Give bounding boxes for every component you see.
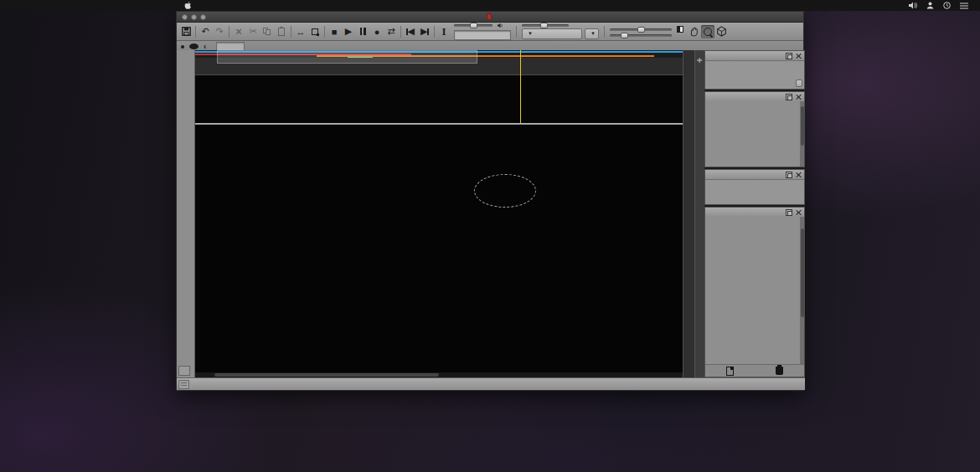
new-layer-icon[interactable] bbox=[726, 367, 734, 376]
move-tool-button[interactable]: ↔ bbox=[294, 25, 307, 38]
panel-detach-icon[interactable] bbox=[786, 209, 792, 216]
statusbar bbox=[177, 377, 805, 390]
3d-view-button[interactable] bbox=[715, 25, 729, 38]
save-button[interactable] bbox=[179, 25, 193, 38]
loop-button[interactable]: ⇄ bbox=[384, 25, 398, 38]
ruler-ticks bbox=[195, 67, 683, 74]
grip-icon[interactable] bbox=[178, 380, 189, 389]
time-ruler[interactable] bbox=[195, 50, 683, 75]
paste-button[interactable] bbox=[275, 25, 288, 38]
brush-size-large-icon[interactable] bbox=[189, 44, 199, 49]
display-range-group bbox=[610, 26, 683, 37]
history-scrollbar[interactable] bbox=[800, 101, 804, 167]
hand-tool-button[interactable] bbox=[687, 25, 700, 38]
panel-detach-icon[interactable] bbox=[786, 53, 792, 59]
layers-footer bbox=[705, 364, 804, 377]
text-cursor-button[interactable]: I bbox=[437, 25, 451, 38]
document-icon bbox=[487, 13, 492, 20]
redo-button[interactable]: ↷ bbox=[213, 25, 226, 38]
volume-icon[interactable] bbox=[909, 2, 917, 9]
display-area-header[interactable] bbox=[705, 51, 804, 61]
play-button[interactable]: ▶ bbox=[342, 25, 355, 38]
panel-detach-icon[interactable] bbox=[786, 94, 792, 100]
playback-group bbox=[454, 23, 511, 40]
layers-scrollbar[interactable] bbox=[800, 217, 804, 365]
clock-icon[interactable] bbox=[943, 2, 951, 9]
panel-close-icon[interactable] bbox=[795, 53, 802, 59]
channels-panel bbox=[704, 169, 805, 205]
window-title bbox=[177, 13, 803, 20]
spectrogram-view[interactable] bbox=[195, 125, 683, 377]
content-area: ✛ bbox=[177, 50, 805, 377]
volume-slider[interactable] bbox=[454, 24, 493, 27]
os-menubar bbox=[0, 0, 980, 11]
apple-icon[interactable] bbox=[184, 1, 192, 10]
fft-group: ▼ ▼ bbox=[522, 24, 599, 39]
fft-size-slider[interactable] bbox=[522, 24, 569, 27]
channels-header[interactable] bbox=[705, 170, 804, 180]
chevron-down-icon: ▼ bbox=[528, 31, 533, 36]
display-area-panel bbox=[704, 50, 805, 90]
scrollbar-thumb[interactable] bbox=[801, 228, 804, 317]
scrollbar-thumb[interactable] bbox=[214, 373, 439, 377]
range-slider[interactable] bbox=[610, 28, 672, 31]
zoom-tool-button[interactable] bbox=[701, 25, 714, 38]
tool-palette bbox=[177, 50, 195, 377]
horizontal-scrollbar[interactable] bbox=[195, 372, 683, 377]
waveform-view[interactable] bbox=[195, 75, 683, 123]
resolution-select[interactable]: ▼ bbox=[585, 28, 599, 39]
gamma-slider[interactable] bbox=[610, 34, 672, 37]
time-display[interactable] bbox=[454, 30, 511, 40]
pause-button[interactable] bbox=[356, 25, 369, 38]
chevron-down-icon: ▼ bbox=[591, 31, 596, 36]
menubar-tray bbox=[909, 0, 968, 11]
contrast-icon bbox=[677, 26, 683, 33]
next-button[interactable]: ▶ bbox=[418, 25, 431, 38]
window-function-select[interactable]: ▼ bbox=[522, 28, 582, 39]
ruler-labels bbox=[195, 59, 683, 66]
scroll-corner-box[interactable] bbox=[178, 366, 190, 376]
layers-panel bbox=[704, 207, 805, 377]
previous-button[interactable]: ◀ bbox=[404, 25, 417, 38]
user-icon[interactable] bbox=[926, 2, 934, 9]
app-window: ↶ ↷ × ✂ ↔ ■ ▶ ● ⇄ ◀ ▶ I bbox=[176, 11, 804, 391]
playhead[interactable] bbox=[520, 50, 521, 123]
delete-button[interactable]: × bbox=[232, 25, 245, 38]
scrollbar-thumb[interactable] bbox=[801, 106, 804, 146]
main-toolbar: ↶ ↷ × ✂ ↔ ■ ▶ ● ⇄ ◀ ▶ I bbox=[177, 23, 803, 41]
panel-detach-icon[interactable] bbox=[786, 172, 792, 178]
lasso-selection-outline[interactable] bbox=[474, 174, 536, 208]
side-panels bbox=[704, 50, 805, 377]
cut-button[interactable]: ✂ bbox=[246, 25, 260, 38]
history-panel bbox=[704, 91, 805, 167]
record-button[interactable]: ● bbox=[370, 25, 384, 38]
transform-tool-button[interactable] bbox=[308, 25, 322, 38]
waveform-graphic[interactable] bbox=[195, 75, 683, 123]
undo-button[interactable]: ↶ bbox=[199, 25, 212, 38]
panel-close-icon[interactable] bbox=[795, 209, 802, 216]
scale-column: ✛ bbox=[683, 50, 704, 377]
menu-list-icon[interactable] bbox=[960, 3, 968, 9]
speaker-icon bbox=[498, 23, 503, 28]
titlebar[interactable] bbox=[177, 12, 803, 23]
reset-view-button[interactable] bbox=[796, 80, 802, 87]
copy-button[interactable] bbox=[260, 25, 274, 38]
spectrogram-graphic[interactable] bbox=[195, 125, 683, 377]
stop-button[interactable]: ■ bbox=[328, 25, 341, 38]
panel-close-icon[interactable] bbox=[795, 94, 802, 100]
delete-layer-icon[interactable] bbox=[776, 367, 783, 375]
panel-close-icon[interactable] bbox=[795, 172, 802, 178]
channel-strip bbox=[694, 50, 704, 377]
brush-size-small-icon[interactable] bbox=[181, 45, 184, 49]
axis-crosshair-icon[interactable]: ✛ bbox=[695, 57, 704, 64]
editor-canvas[interactable]: ✛ bbox=[195, 50, 704, 377]
